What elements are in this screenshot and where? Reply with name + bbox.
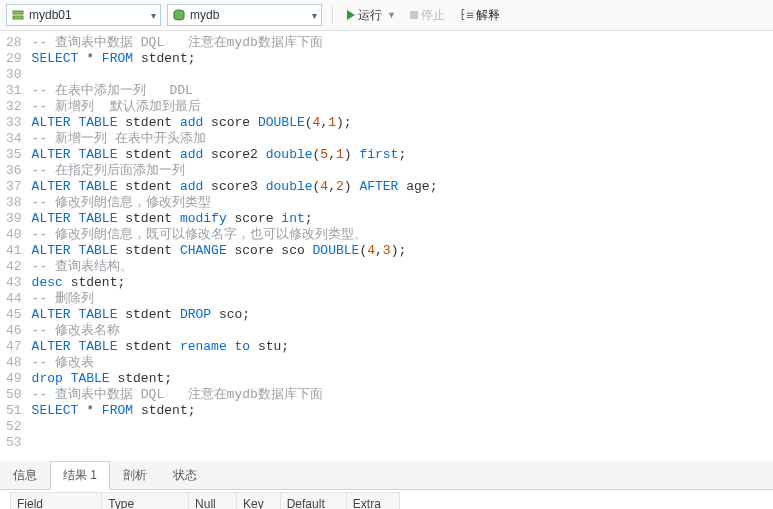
code-line[interactable]: -- 查询表中数据 DQL 注意在mydb数据库下面 bbox=[32, 387, 438, 403]
stop-label: 停止 bbox=[421, 7, 445, 24]
row-marker-column: ▶ bbox=[0, 490, 10, 509]
server-dropdown[interactable]: mydb01 ▾ bbox=[6, 4, 161, 26]
line-number: 46 bbox=[6, 323, 22, 339]
code-line[interactable]: -- 删除列 bbox=[32, 291, 438, 307]
line-number: 42 bbox=[6, 259, 22, 275]
line-number: 47 bbox=[6, 339, 22, 355]
column-header-key[interactable]: Key bbox=[237, 493, 281, 510]
code-line[interactable]: drop TABLE stdent; bbox=[32, 371, 438, 387]
code-line[interactable]: -- 新增列 默认添加到最后 bbox=[32, 99, 438, 115]
code-line[interactable]: SELECT * FROM stdent; bbox=[32, 403, 438, 419]
tab-result-1[interactable]: 结果 1 bbox=[50, 461, 110, 490]
code-area[interactable]: -- 查询表中数据 DQL 注意在mydb数据库下面SELECT * FROM … bbox=[32, 35, 438, 451]
code-line[interactable]: desc stdent; bbox=[32, 275, 438, 291]
run-button[interactable]: 运行 ▼ bbox=[343, 4, 400, 26]
line-number: 39 bbox=[6, 211, 22, 227]
line-number: 29 bbox=[6, 51, 22, 67]
line-number: 48 bbox=[6, 355, 22, 371]
line-number: 50 bbox=[6, 387, 22, 403]
code-line[interactable]: ALTER TABLE stdent modify score int; bbox=[32, 211, 438, 227]
column-header-field[interactable]: Field bbox=[11, 493, 102, 510]
line-number: 49 bbox=[6, 371, 22, 387]
code-line[interactable]: ALTER TABLE stdent CHANGE score sco DOUB… bbox=[32, 243, 438, 259]
code-line[interactable]: -- 查询表中数据 DQL 注意在mydb数据库下面 bbox=[32, 35, 438, 51]
chevron-down-icon: ▾ bbox=[312, 10, 317, 21]
line-number: 53 bbox=[6, 435, 22, 451]
code-line[interactable]: -- 在表中添加一列 DDL bbox=[32, 83, 438, 99]
line-number: 31 bbox=[6, 83, 22, 99]
line-number: 34 bbox=[6, 131, 22, 147]
code-line[interactable]: -- 修改表 bbox=[32, 355, 438, 371]
column-header-extra[interactable]: Extra bbox=[346, 493, 399, 510]
code-line[interactable]: -- 查询表结构。 bbox=[32, 259, 438, 275]
chevron-down-icon: ▾ bbox=[151, 10, 156, 21]
code-line[interactable]: ALTER TABLE stdent DROP sco; bbox=[32, 307, 438, 323]
database-icon bbox=[172, 8, 186, 22]
chevron-down-icon: ▼ bbox=[387, 10, 396, 20]
line-gutter: 2829303132333435363738394041424344454647… bbox=[0, 35, 32, 451]
tab-profile[interactable]: 剖析 bbox=[110, 461, 160, 489]
schema-label: mydb bbox=[186, 8, 312, 22]
schema-dropdown[interactable]: mydb ▾ bbox=[167, 4, 322, 26]
code-line[interactable]: ALTER TABLE stdent add score3 double(4,2… bbox=[32, 179, 438, 195]
result-grid[interactable]: FieldTypeNullKeyDefaultExtraclassnamevar… bbox=[10, 492, 400, 509]
tab-info[interactable]: 信息 bbox=[0, 461, 50, 489]
line-number: 45 bbox=[6, 307, 22, 323]
svg-rect-0 bbox=[13, 11, 23, 14]
explain-icon: ⁅≡ bbox=[459, 8, 473, 22]
result-grid-wrap: ▶ FieldTypeNullKeyDefaultExtraclassnamev… bbox=[0, 490, 773, 509]
code-line[interactable]: -- 修改列朗信息，既可以修改名字，也可以修改列类型。 bbox=[32, 227, 438, 243]
svg-rect-1 bbox=[13, 16, 23, 19]
code-line[interactable] bbox=[32, 435, 438, 451]
explain-label: 解释 bbox=[476, 7, 500, 24]
run-label: 运行 bbox=[358, 7, 382, 24]
line-number: 30 bbox=[6, 67, 22, 83]
code-line[interactable] bbox=[32, 419, 438, 435]
line-number: 36 bbox=[6, 163, 22, 179]
line-number: 28 bbox=[6, 35, 22, 51]
stop-icon bbox=[410, 11, 418, 19]
code-line[interactable]: -- 修改列朗信息，修改列类型 bbox=[32, 195, 438, 211]
line-number: 43 bbox=[6, 275, 22, 291]
line-number: 40 bbox=[6, 227, 22, 243]
code-line[interactable]: -- 修改表名称 bbox=[32, 323, 438, 339]
separator bbox=[332, 6, 333, 24]
line-number: 33 bbox=[6, 115, 22, 131]
column-header-default[interactable]: Default bbox=[280, 493, 346, 510]
toolbar: mydb01 ▾ mydb ▾ 运行 ▼ 停止 ⁅≡ 解释 bbox=[0, 0, 773, 31]
sql-editor[interactable]: 2829303132333435363738394041424344454647… bbox=[0, 31, 773, 461]
code-line[interactable]: ALTER TABLE stdent add score2 double(5,1… bbox=[32, 147, 438, 163]
code-line[interactable] bbox=[32, 67, 438, 83]
code-line[interactable]: ALTER TABLE stdent add score DOUBLE(4,1)… bbox=[32, 115, 438, 131]
line-number: 52 bbox=[6, 419, 22, 435]
line-number: 35 bbox=[6, 147, 22, 163]
explain-button[interactable]: ⁅≡ 解释 bbox=[455, 4, 504, 26]
code-line[interactable]: ALTER TABLE stdent rename to stu; bbox=[32, 339, 438, 355]
line-number: 44 bbox=[6, 291, 22, 307]
column-header-null[interactable]: Null bbox=[189, 493, 237, 510]
line-number: 38 bbox=[6, 195, 22, 211]
line-number: 51 bbox=[6, 403, 22, 419]
server-icon bbox=[11, 8, 25, 22]
line-number: 32 bbox=[6, 99, 22, 115]
line-number: 41 bbox=[6, 243, 22, 259]
server-label: mydb01 bbox=[25, 8, 151, 22]
column-header-type[interactable]: Type bbox=[102, 493, 189, 510]
code-line[interactable]: SELECT * FROM stdent; bbox=[32, 51, 438, 67]
tab-status[interactable]: 状态 bbox=[160, 461, 210, 489]
result-tabs: 信息 结果 1 剖析 状态 bbox=[0, 461, 773, 490]
code-line[interactable]: -- 新增一列 在表中开头添加 bbox=[32, 131, 438, 147]
code-line[interactable]: -- 在指定列后面添加一列 bbox=[32, 163, 438, 179]
stop-button: 停止 bbox=[406, 4, 449, 26]
line-number: 37 bbox=[6, 179, 22, 195]
play-icon bbox=[347, 10, 355, 20]
